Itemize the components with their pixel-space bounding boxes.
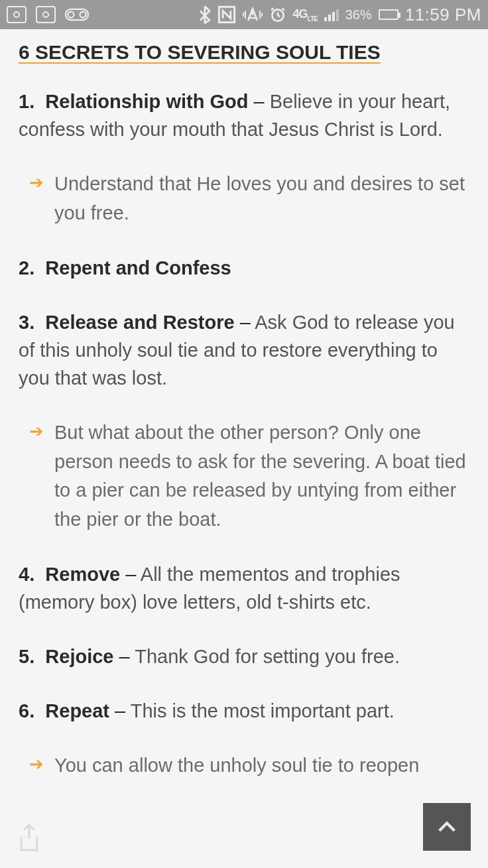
voicemail-icon (65, 8, 89, 21)
list-item: 3. Release and Restore – Ask God to rele… (19, 308, 469, 392)
svg-point-1 (68, 12, 74, 18)
nfc-icon (217, 5, 236, 24)
list-item: 6. Repeat – This is the most important p… (19, 697, 469, 725)
share-button[interactable] (17, 823, 41, 855)
status-left (7, 6, 89, 23)
list-item: 2. Repent and Confess (19, 254, 469, 282)
list-item: 4. Remove – All the mementos and trophie… (19, 560, 469, 616)
status-right: 4GLTE 36% 11:59 PM (199, 5, 482, 25)
scroll-to-top-button[interactable] (423, 803, 471, 851)
arrow-right-icon: ➔ (29, 418, 44, 534)
arrow-right-icon: ➔ (29, 751, 44, 780)
svg-point-2 (80, 12, 86, 18)
list-item: 5. Rejoice – Thank God for setting you f… (19, 643, 469, 670)
arrow-right-icon: ➔ (29, 170, 44, 227)
battery-percent: 36% (345, 7, 372, 23)
svg-rect-0 (66, 9, 88, 20)
camera-icon-2 (36, 6, 56, 23)
battery-icon (379, 9, 398, 20)
page-title: 6 SECRETS TO SEVERING SOUL TIES (19, 41, 469, 64)
vibrate-icon (243, 6, 263, 23)
signal-icon (324, 8, 339, 21)
camera-icon (7, 6, 27, 23)
clock: 11:59 PM (405, 5, 481, 25)
status-bar: 4GLTE 36% 11:59 PM (0, 0, 488, 29)
bluetooth-icon (199, 5, 211, 24)
sub-point: ➔ But what about the other person? Only … (19, 418, 469, 534)
list-item: 1. Relationship with God – Believe in yo… (19, 88, 469, 143)
sub-point: ➔ You can allow the unholy soul tie to r… (19, 751, 469, 780)
network-label: 4GLTE (293, 7, 318, 23)
sub-point: ➔ Understand that He loves you and desir… (19, 170, 469, 227)
article-content[interactable]: 6 SECRETS TO SEVERING SOUL TIES 1. Relat… (0, 29, 488, 780)
alarm-icon (269, 6, 286, 23)
